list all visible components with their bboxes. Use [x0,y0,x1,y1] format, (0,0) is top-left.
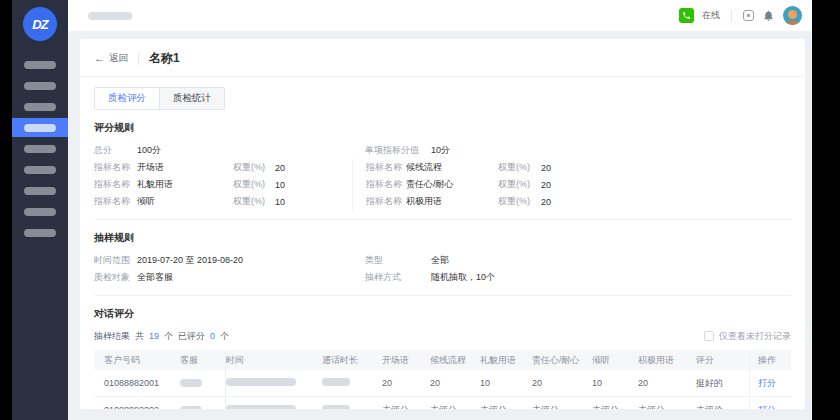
phone-icon [682,11,691,20]
indicator-weight: 10 [275,197,285,207]
table-row: 01088882002 未评分 未评分 未评分 未评分 未评分 未评分 未评价 … [94,397,791,409]
indicator-weight: 20 [541,163,551,173]
avatar[interactable] [783,6,802,25]
unscored-filter-checkbox[interactable] [704,331,714,341]
type-value: 全部 [431,254,449,267]
sidebar-item-active[interactable] [12,118,68,137]
sidebar-item[interactable] [12,160,68,179]
page-title: 名称1 [149,50,180,67]
sidebar: DZ [12,0,68,420]
indicator-weight: 20 [541,180,551,190]
nav-label-placeholder [24,229,56,237]
sidebar-item[interactable] [12,202,68,221]
back-button[interactable]: ← 返回 [94,52,128,65]
page-header: ← 返回 名称1 [80,39,805,77]
workbench-icon[interactable] [743,10,754,21]
topbar: 在线 [68,0,812,32]
topbar-divider [731,10,732,22]
indicator-weight: 10 [275,180,285,190]
section-heading: 评分规则 [94,121,791,135]
nav-label-placeholder [24,124,56,132]
section-divider [94,295,791,296]
score-cell: 未评分 [382,404,430,410]
app-logo[interactable]: DZ [23,7,57,41]
agent-cell [180,370,226,396]
indicator-row: 指标名称 开场语 权重(%) 20 [94,159,352,176]
table-row: 01088882001 20 20 10 20 10 20 挺好的 打分 [94,370,791,397]
status-label: 在线 [702,9,720,22]
rating-cell: 挺好的 [696,377,746,390]
indicator-row: 指标名称 积极用语 权重(%) 20 [366,193,791,210]
detail-card: ← 返回 名称1 质检评分 质检统计 评分规则 总分 100分 [80,39,805,409]
score-action-link[interactable]: 打分 [758,404,776,410]
method-value: 随机抽取，10个 [431,271,495,284]
time-range-value: 2019-07-20 至 2019-08-20 [137,254,243,267]
main-content: ← 返回 名称1 质检评分 质检统计 评分规则 总分 100分 [68,32,812,420]
back-arrow-icon: ← [94,53,105,64]
duration-placeholder [322,405,350,409]
target-value: 全部客服 [137,271,173,284]
indicator-weight: 20 [275,163,285,173]
sidebar-item[interactable] [12,97,68,116]
rating-cell: 未评价 [696,404,746,410]
score-cell: 未评分 [638,404,696,410]
unscored-filter[interactable]: 仅查看未打分记录 [704,330,791,343]
sidebar-item[interactable] [12,55,68,74]
sidebar-item[interactable] [12,139,68,158]
nav-label-placeholder [24,103,56,111]
score-cell: 20 [532,378,592,388]
sidebar-item[interactable] [12,223,68,242]
back-label: 返回 [109,52,128,65]
item-score-value: 10分 [431,144,450,157]
dialog-scoring-section: 对话评分 抽样结果 共 19 个 已评分 0 个 仅查看未打分记录 [80,307,805,409]
totals-row: 总分 100分 单项指标分值 10分 [94,142,791,159]
score-cell: 10 [480,378,532,388]
item-score-label: 单项指标分值 [365,144,431,157]
indicator-row: 指标名称 礼貌用语 权重(%) 10 [94,176,352,193]
nav-label-placeholder [24,145,56,153]
indicator-row: 指标名称 倾听 权重(%) 10 [94,193,352,210]
bell-icon[interactable] [762,9,775,22]
table-header-row: 客户号码 客服 时间 通话时长 开场语 候线流程 礼貌用语 责任心/耐心 倾听 … [94,350,791,370]
score-cell: 20 [382,378,430,388]
type-label: 类型 [365,254,431,267]
unscored-filter-label: 仅查看未打分记录 [719,330,791,343]
indicator-row: 指标名称 责任心/耐心 权重(%) 20 [366,176,791,193]
indicator-weight: 20 [541,197,551,207]
section-heading: 抽样规则 [94,231,791,245]
score-cell: 20 [430,378,480,388]
app-window: DZ 在线 [12,0,812,420]
nav-label-placeholder [24,166,56,174]
sampling-rules-section: 抽样规则 时间范围 2019-07-20 至 2019-08-20 类型 全部 … [80,231,805,286]
total-score-label: 总分 [94,144,137,157]
time-cell [226,405,322,409]
method-label: 抽样方式 [365,271,431,284]
header-divider [138,53,139,65]
duration-cell [322,378,382,388]
sidebar-item[interactable] [12,76,68,95]
duration-placeholder [322,378,350,386]
time-placeholder [226,405,296,409]
total-count: 19 [149,331,159,341]
score-cell: 未评分 [430,404,480,410]
sidebar-item[interactable] [12,181,68,200]
section-heading: 对话评分 [94,307,791,321]
nav-label-placeholder [24,208,56,216]
score-action-link[interactable]: 打分 [758,377,776,390]
customer-number: 01088882001 [94,378,180,388]
indicator-grid: 指标名称 开场语 权重(%) 20 指标名称 礼貌用语 权重(%) 10 [94,159,791,210]
breadcrumb-placeholder [88,12,132,20]
score-cell: 未评分 [532,404,592,410]
time-placeholder [226,378,296,386]
customer-number: 01088882002 [94,405,180,409]
agent-cell [180,397,226,409]
total-score-value: 100分 [137,144,161,157]
agent-placeholder [180,379,202,387]
target-label: 质检对象 [94,271,137,284]
call-status-button[interactable] [679,8,694,23]
tab-quality-score[interactable]: 质检评分 [95,88,159,109]
tab-quality-stats[interactable]: 质检统计 [159,88,224,109]
score-cell: 未评分 [592,404,638,410]
time-range-label: 时间范围 [94,254,137,267]
indicator-name: 积极用语 [406,195,498,208]
